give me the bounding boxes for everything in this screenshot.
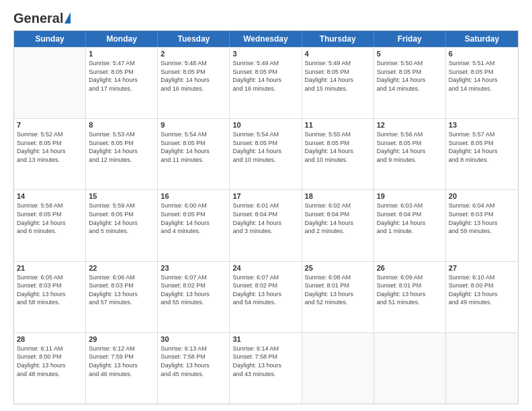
day-number: 23: [161, 264, 226, 272]
day-number: 5: [377, 50, 443, 58]
day-number: 25: [305, 264, 371, 272]
day-number: 4: [305, 50, 371, 58]
day-number: 9: [161, 121, 226, 129]
day-number: 8: [89, 121, 154, 129]
calendar-cell: 2Sunrise: 5:48 AM Sunset: 8:05 PM Daylig…: [158, 48, 230, 118]
page: General SundayMondayTuesdayWednesdayThur…: [0, 0, 532, 411]
calendar-cell: 25Sunrise: 6:08 AM Sunset: 8:01 PM Dayli…: [302, 262, 374, 332]
cell-info: Sunrise: 5:58 AM Sunset: 8:05 PM Dayligh…: [17, 201, 83, 235]
day-number: 10: [232, 121, 298, 129]
day-number: 17: [232, 192, 298, 200]
calendar-cell: 28Sunrise: 6:11 AM Sunset: 8:00 PM Dayli…: [14, 333, 86, 404]
day-number: 13: [449, 121, 515, 129]
calendar-cell: 9Sunrise: 5:54 AM Sunset: 8:05 PM Daylig…: [158, 119, 230, 189]
logo-general-text: General: [13, 11, 63, 26]
calendar-body: 1Sunrise: 5:47 AM Sunset: 8:05 PM Daylig…: [14, 47, 518, 404]
day-number: 12: [377, 121, 443, 129]
calendar-cell: 22Sunrise: 6:06 AM Sunset: 8:03 PM Dayli…: [86, 262, 158, 332]
cell-info: Sunrise: 6:05 AM Sunset: 8:03 PM Dayligh…: [17, 273, 83, 307]
day-number: 3: [232, 50, 298, 58]
day-number: 18: [305, 192, 371, 200]
calendar-cell: 27Sunrise: 6:10 AM Sunset: 8:00 PM Dayli…: [446, 262, 518, 332]
calendar-cell: 6Sunrise: 5:51 AM Sunset: 8:05 PM Daylig…: [446, 48, 518, 118]
calendar-cell: 16Sunrise: 6:00 AM Sunset: 8:05 PM Dayli…: [158, 190, 230, 261]
calendar-cell: [302, 333, 374, 404]
calendar-cell: 8Sunrise: 5:53 AM Sunset: 8:05 PM Daylig…: [86, 119, 158, 189]
calendar-cell: 3Sunrise: 5:49 AM Sunset: 8:05 PM Daylig…: [230, 48, 302, 118]
cell-info: Sunrise: 5:54 AM Sunset: 8:05 PM Dayligh…: [161, 130, 226, 164]
day-number: 1: [89, 50, 154, 58]
calendar-header: SundayMondayTuesdayWednesdayThursdayFrid…: [14, 31, 518, 47]
day-number: 11: [305, 121, 371, 129]
calendar-row: 7Sunrise: 5:52 AM Sunset: 8:05 PM Daylig…: [14, 118, 518, 189]
day-number: 24: [232, 264, 298, 272]
day-number: 6: [449, 50, 515, 58]
cell-info: Sunrise: 6:08 AM Sunset: 8:01 PM Dayligh…: [305, 273, 371, 307]
calendar-row: 21Sunrise: 6:05 AM Sunset: 8:03 PM Dayli…: [14, 261, 518, 332]
calendar-cell: [14, 48, 86, 118]
calendar-cell: 14Sunrise: 5:58 AM Sunset: 8:05 PM Dayli…: [14, 190, 86, 261]
calendar-cell: 13Sunrise: 5:57 AM Sunset: 8:05 PM Dayli…: [446, 119, 518, 189]
calendar-cell: 11Sunrise: 5:55 AM Sunset: 8:05 PM Dayli…: [302, 119, 374, 189]
cell-info: Sunrise: 6:04 AM Sunset: 8:03 PM Dayligh…: [449, 201, 515, 235]
day-number: 29: [89, 335, 154, 343]
day-number: 22: [89, 264, 154, 272]
cell-info: Sunrise: 6:06 AM Sunset: 8:03 PM Dayligh…: [89, 273, 154, 307]
day-number: 30: [161, 335, 226, 343]
day-number: 2: [161, 50, 226, 58]
day-number: 27: [449, 264, 515, 272]
day-number: 16: [161, 192, 226, 200]
calendar-row: 28Sunrise: 6:11 AM Sunset: 8:00 PM Dayli…: [14, 332, 518, 404]
day-number: 21: [17, 264, 83, 272]
logo: General: [13, 11, 71, 24]
calendar-cell: 26Sunrise: 6:09 AM Sunset: 8:01 PM Dayli…: [374, 262, 446, 332]
calendar-cell: 17Sunrise: 6:01 AM Sunset: 8:04 PM Dayli…: [230, 190, 302, 261]
header: General: [13, 11, 519, 24]
cell-info: Sunrise: 6:11 AM Sunset: 8:00 PM Dayligh…: [17, 345, 83, 378]
cell-info: Sunrise: 6:02 AM Sunset: 8:04 PM Dayligh…: [305, 201, 371, 235]
calendar-cell: 4Sunrise: 5:49 AM Sunset: 8:05 PM Daylig…: [302, 48, 374, 118]
day-number: 28: [17, 335, 83, 343]
calendar-cell: [446, 333, 518, 404]
calendar-row: 14Sunrise: 5:58 AM Sunset: 8:05 PM Dayli…: [14, 189, 518, 261]
weekday-header: Wednesday: [230, 31, 302, 47]
cell-info: Sunrise: 5:54 AM Sunset: 8:05 PM Dayligh…: [232, 130, 298, 164]
calendar-cell: 10Sunrise: 5:54 AM Sunset: 8:05 PM Dayli…: [230, 119, 302, 189]
weekday-header: Saturday: [446, 31, 518, 47]
calendar-cell: 24Sunrise: 6:07 AM Sunset: 8:02 PM Dayli…: [230, 262, 302, 332]
cell-info: Sunrise: 5:47 AM Sunset: 8:05 PM Dayligh…: [89, 59, 154, 93]
cell-info: Sunrise: 5:57 AM Sunset: 8:05 PM Dayligh…: [449, 130, 515, 164]
cell-info: Sunrise: 6:10 AM Sunset: 8:00 PM Dayligh…: [449, 273, 515, 307]
day-number: 14: [17, 192, 83, 200]
calendar-cell: 21Sunrise: 6:05 AM Sunset: 8:03 PM Dayli…: [14, 262, 86, 332]
cell-info: Sunrise: 5:48 AM Sunset: 8:05 PM Dayligh…: [161, 59, 226, 93]
cell-info: Sunrise: 5:53 AM Sunset: 8:05 PM Dayligh…: [89, 130, 154, 164]
weekday-header: Monday: [86, 31, 158, 47]
day-number: 20: [449, 192, 515, 200]
cell-info: Sunrise: 6:13 AM Sunset: 7:58 PM Dayligh…: [161, 345, 226, 378]
cell-info: Sunrise: 5:49 AM Sunset: 8:05 PM Dayligh…: [305, 59, 371, 93]
logo-triangle-icon: [64, 12, 71, 24]
calendar-cell: 5Sunrise: 5:50 AM Sunset: 8:05 PM Daylig…: [374, 48, 446, 118]
day-number: 26: [377, 264, 443, 272]
calendar-cell: [374, 333, 446, 404]
day-number: 7: [17, 121, 83, 129]
cell-info: Sunrise: 5:56 AM Sunset: 8:05 PM Dayligh…: [377, 130, 443, 164]
weekday-header: Tuesday: [158, 31, 230, 47]
calendar-cell: 1Sunrise: 5:47 AM Sunset: 8:05 PM Daylig…: [86, 48, 158, 118]
calendar-cell: 20Sunrise: 6:04 AM Sunset: 8:03 PM Dayli…: [446, 190, 518, 261]
cell-info: Sunrise: 6:01 AM Sunset: 8:04 PM Dayligh…: [232, 201, 298, 235]
calendar-cell: 7Sunrise: 5:52 AM Sunset: 8:05 PM Daylig…: [14, 119, 86, 189]
cell-info: Sunrise: 6:07 AM Sunset: 8:02 PM Dayligh…: [161, 273, 226, 307]
cell-info: Sunrise: 5:55 AM Sunset: 8:05 PM Dayligh…: [305, 130, 371, 164]
cell-info: Sunrise: 6:14 AM Sunset: 7:58 PM Dayligh…: [232, 345, 298, 378]
calendar-cell: 18Sunrise: 6:02 AM Sunset: 8:04 PM Dayli…: [302, 190, 374, 261]
cell-info: Sunrise: 5:49 AM Sunset: 8:05 PM Dayligh…: [232, 59, 298, 93]
weekday-header: Friday: [374, 31, 446, 47]
cell-info: Sunrise: 6:07 AM Sunset: 8:02 PM Dayligh…: [232, 273, 298, 307]
calendar-row: 1Sunrise: 5:47 AM Sunset: 8:05 PM Daylig…: [14, 47, 518, 118]
calendar: SundayMondayTuesdayWednesdayThursdayFrid…: [13, 30, 519, 404]
day-number: 15: [89, 192, 154, 200]
cell-info: Sunrise: 5:59 AM Sunset: 8:05 PM Dayligh…: [89, 201, 154, 235]
cell-info: Sunrise: 6:09 AM Sunset: 8:01 PM Dayligh…: [377, 273, 443, 307]
